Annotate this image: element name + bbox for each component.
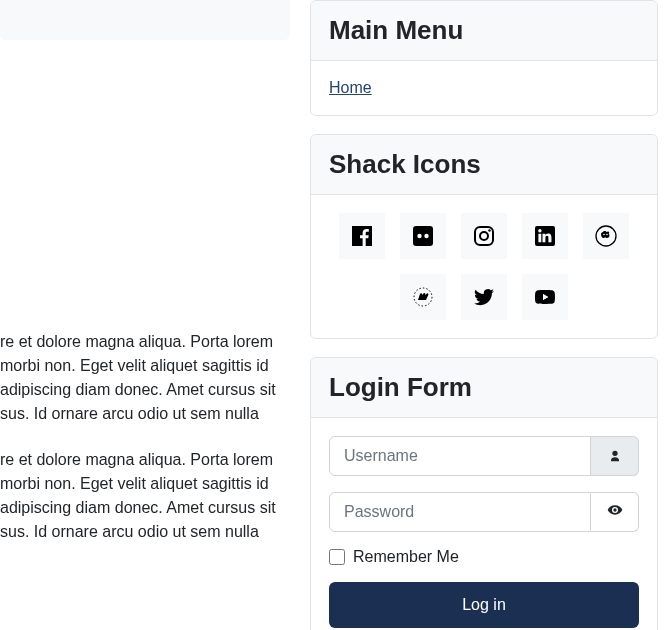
main-menu-header: Main Menu xyxy=(311,1,657,61)
remember-me-checkbox[interactable] xyxy=(329,549,345,565)
menu-item-home[interactable]: Home xyxy=(329,79,372,96)
svg-point-1 xyxy=(417,234,421,238)
svg-point-4 xyxy=(480,232,488,240)
svg-point-2 xyxy=(424,234,428,238)
remember-me-row: Remember Me xyxy=(329,548,639,566)
svg-rect-0 xyxy=(413,226,433,246)
mailchimp-icon[interactable] xyxy=(583,213,629,259)
svg-point-8 xyxy=(606,234,608,236)
main-menu-module: Main Menu Home xyxy=(310,0,658,116)
icons-grid xyxy=(329,213,639,320)
show-password-button[interactable] xyxy=(591,492,639,532)
password-group xyxy=(329,492,639,532)
shack-icons-title: Shack Icons xyxy=(329,149,639,180)
shack-icons-header: Shack Icons xyxy=(311,135,657,195)
password-input[interactable] xyxy=(329,492,591,532)
login-button[interactable]: Log in xyxy=(329,582,639,628)
article-paragraph: re et dolore magna aliqua. Porta lorem m… xyxy=(0,448,290,544)
youtube-icon[interactable] xyxy=(522,274,568,320)
shack-icons-module: Shack Icons xyxy=(310,134,658,339)
instagram-icon[interactable] xyxy=(461,213,507,259)
main-menu-title: Main Menu xyxy=(329,15,639,46)
eye-icon xyxy=(607,502,623,522)
login-form-title: Login Form xyxy=(329,372,639,403)
username-input[interactable] xyxy=(329,436,591,476)
flickr-icon[interactable] xyxy=(400,213,446,259)
facebook-icon[interactable] xyxy=(339,213,385,259)
username-group xyxy=(329,436,639,476)
linkedin-icon[interactable] xyxy=(522,213,568,259)
article-paragraph: re et dolore magna aliqua. Porta lorem m… xyxy=(0,330,290,426)
user-icon xyxy=(591,436,639,476)
svg-point-5 xyxy=(488,229,490,231)
login-form-module: Login Form Remember Me Lo xyxy=(310,357,658,630)
content-block-top xyxy=(0,0,290,40)
twitter-icon[interactable] xyxy=(461,274,507,320)
meetup-icon[interactable] xyxy=(400,274,446,320)
remember-me-label[interactable]: Remember Me xyxy=(353,548,459,566)
svg-point-7 xyxy=(603,234,605,236)
login-form-header: Login Form xyxy=(311,358,657,418)
